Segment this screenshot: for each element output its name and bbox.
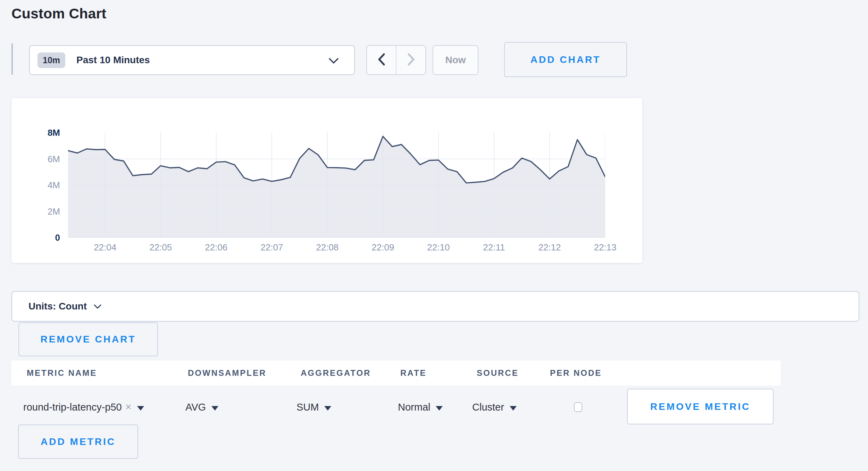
dropdown-caret-icon (137, 406, 144, 411)
time-range-label: Past 10 Minutes (76, 55, 150, 66)
x-axis-tick-label: 22:07 (251, 242, 293, 253)
chevron-down-icon (328, 58, 339, 66)
column-header-metric-name: METRIC NAME (27, 361, 97, 386)
now-button[interactable]: Now (433, 45, 478, 75)
y-axis-tick-label: 0 (11, 232, 60, 243)
add-metric-button[interactable]: ADD METRIC (18, 424, 138, 459)
dropdown-caret-icon (510, 406, 517, 411)
x-axis-tick-label: 22:09 (362, 242, 404, 253)
metric-name-dropdown[interactable]: round-trip-latency-p50 × (23, 397, 144, 417)
column-header-downsampler: DOWNSAMPLER (188, 361, 266, 386)
x-axis-tick-label: 22:04 (84, 242, 126, 253)
column-header-source: SOURCE (477, 361, 519, 386)
dropdown-caret-icon (436, 406, 443, 411)
source-dropdown[interactable]: Cluster (472, 397, 517, 417)
next-time-button[interactable] (397, 46, 425, 74)
x-axis-tick-label: 22:11 (473, 242, 515, 253)
aggregator-dropdown[interactable]: SUM (297, 397, 331, 417)
chart-plot-area[interactable] (68, 133, 605, 238)
y-axis-tick-label: 6M (11, 154, 60, 165)
metric-name-value: round-trip-latency-p50 (23, 402, 122, 413)
units-label: Units: Count (28, 301, 87, 312)
x-axis-tick-label: 22:06 (195, 242, 237, 253)
y-axis-tick-label: 2M (11, 206, 60, 217)
source-value: Cluster (472, 402, 504, 413)
column-header-per-node: PER NODE (550, 361, 602, 386)
x-axis-tick-label: 22:08 (307, 242, 348, 253)
time-step-button-group (366, 45, 426, 75)
custom-chart-page: Custom Chart 10m Past 10 Minutes Now ADD… (0, 0, 868, 471)
x-axis-tick-label: 22:12 (529, 242, 570, 253)
page-title: Custom Chart (11, 6, 106, 22)
close-icon[interactable]: × (125, 401, 132, 413)
x-axis-tick-label: 22:05 (140, 242, 182, 253)
previous-time-button[interactable] (367, 46, 397, 74)
x-axis-tick-label: 22:10 (418, 242, 459, 253)
downsampler-value: AVG (185, 402, 206, 413)
toolbar-accent-divider (11, 43, 13, 75)
downsampler-dropdown[interactable]: AVG (185, 397, 218, 417)
per-node-checkbox[interactable] (574, 402, 582, 412)
units-dropdown[interactable]: Units: Count (11, 291, 859, 322)
dropdown-caret-icon (211, 406, 218, 411)
add-chart-button[interactable]: ADD CHART (504, 42, 627, 77)
column-header-aggregator: AGGREGATOR (301, 361, 371, 386)
time-range-dropdown[interactable]: 10m Past 10 Minutes (29, 45, 355, 75)
chevron-left-icon (377, 53, 386, 67)
dropdown-caret-icon (324, 406, 331, 411)
y-axis-tick-label: 8M (11, 127, 60, 138)
chevron-down-icon (94, 304, 101, 311)
remove-chart-button[interactable]: REMOVE CHART (18, 322, 158, 356)
chart-card: 02M4M6M8M 22:0422:0522:0622:0722:0822:09… (11, 98, 642, 263)
rate-value: Normal (398, 402, 430, 413)
rate-dropdown[interactable]: Normal (398, 397, 443, 417)
chevron-right-icon (407, 53, 416, 67)
remove-metric-button[interactable]: REMOVE METRIC (627, 389, 774, 424)
metrics-table-header: METRIC NAME DOWNSAMPLER AGGREGATOR RATE … (11, 361, 781, 386)
column-header-rate: RATE (400, 361, 427, 386)
aggregator-value: SUM (297, 402, 319, 413)
x-axis-tick-label: 22:13 (584, 242, 626, 253)
y-axis-tick-label: 4M (11, 180, 60, 191)
time-range-badge: 10m (37, 52, 65, 68)
